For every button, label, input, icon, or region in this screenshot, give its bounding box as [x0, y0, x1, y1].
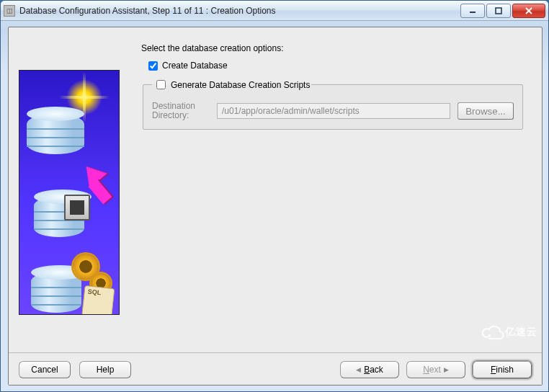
client-area: Select the database creation options: Cr…: [8, 27, 543, 386]
back-button[interactable]: ◀ Back: [340, 361, 399, 378]
disk-icon: [64, 195, 90, 220]
database-icon: [31, 272, 81, 313]
cloud-icon: [481, 320, 505, 344]
app-window: ◫ Database Configuration Assistant, Step…: [0, 0, 549, 392]
watermark: 亿速云: [480, 316, 537, 349]
destination-label: Destination Directory:: [152, 102, 210, 120]
arrow-icon: [81, 164, 104, 183]
generate-scripts-label: Generate Database Creation Scripts: [171, 80, 310, 90]
wizard-illustration: [19, 70, 120, 315]
create-database-checkbox[interactable]: [148, 61, 158, 71]
window-controls: [459, 4, 545, 18]
database-icon: [27, 114, 84, 154]
window-title: Database Configuration Assistant, Step 1…: [19, 6, 276, 16]
generate-scripts-option[interactable]: Generate Database Creation Scripts: [153, 78, 310, 92]
generate-scripts-checkbox[interactable]: [156, 80, 166, 89]
browse-button[interactable]: Browse...: [458, 102, 514, 120]
destination-row: Destination Directory: Browse...: [152, 102, 514, 120]
button-bar: Cancel Help ◀ Back Next ▶ Finish: [9, 354, 542, 385]
finish-button[interactable]: Finish: [473, 361, 532, 378]
close-button[interactable]: [512, 4, 545, 18]
page-heading: Select the database creation options:: [141, 43, 525, 53]
svg-rect-1: [496, 8, 501, 14]
cancel-button[interactable]: Cancel: [19, 361, 71, 378]
generate-scripts-group: Generate Database Creation Scripts Desti…: [143, 78, 523, 130]
maximize-button[interactable]: [486, 4, 511, 18]
create-database-label: Create Database: [162, 61, 228, 71]
watermark-text: 亿速云: [505, 326, 537, 339]
help-button[interactable]: Help: [79, 361, 131, 378]
app-icon: ◫: [4, 5, 15, 17]
minimize-button[interactable]: [460, 4, 485, 18]
sql-scroll-icon: [81, 285, 115, 315]
create-database-option[interactable]: Create Database: [148, 61, 517, 71]
destination-input[interactable]: [217, 103, 450, 119]
next-icon: ▶: [444, 366, 449, 373]
content-pane: Select the database creation options: Cr…: [9, 27, 542, 353]
next-button[interactable]: Next ▶: [406, 361, 465, 378]
svg-point-4: [488, 334, 491, 337]
back-icon: ◀: [356, 366, 361, 373]
nav-buttons: ◀ Back Next ▶ Finish: [340, 361, 532, 378]
titlebar: ◫ Database Configuration Assistant, Step…: [1, 1, 548, 21]
form-area: Select the database creation options: Cr…: [141, 37, 532, 347]
